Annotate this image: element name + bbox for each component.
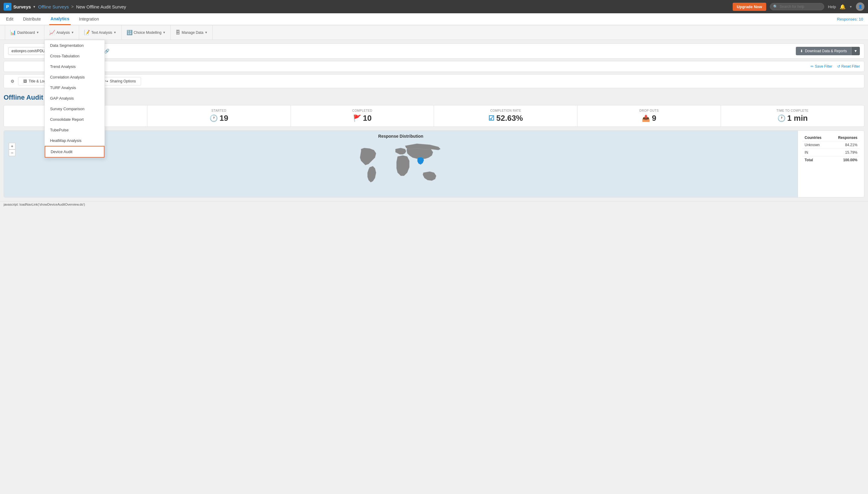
nav-item-integration[interactable]: Integration (78, 13, 100, 25)
nav-item-edit[interactable]: Edit (5, 13, 15, 25)
text-analysis-label: Text Analysis (91, 31, 112, 35)
dashboard-label: Dashboard (17, 31, 35, 35)
table-header-country: Countries (803, 134, 829, 141)
notification-bell-icon[interactable]: 🔔 (839, 4, 846, 10)
manage-data-label: Manage Data (182, 31, 203, 35)
time-icon: 🕐 (777, 114, 786, 122)
download-btn-group: ⬇ Download Data & Reports ▼ (796, 47, 860, 55)
text-analysis-dropdown-arrow: ▼ (114, 31, 117, 34)
stat-started-value: 🕐 19 (210, 114, 228, 123)
save-filter-link[interactable]: ✏ Save Filter (811, 64, 832, 69)
world-map-svg (7, 140, 795, 189)
app-dropdown-arrow: ▼ (33, 5, 36, 8)
nav-item-analytics[interactable]: Analytics (49, 13, 70, 25)
dashboard-dropdown-arrow: ▼ (36, 31, 39, 34)
dashboard-heading: Offline Audit Dashboard (4, 91, 864, 105)
map-zoom-controls: + − (9, 143, 15, 156)
analysis-icon: 📈 (49, 30, 55, 35)
analysis-label: Analysis (56, 31, 70, 35)
stat-time-value: 🕐 1 min (777, 114, 808, 123)
surveys-logo[interactable]: P Surveys ▼ (4, 3, 36, 11)
map-table: Countries Responses Unknown 84.21% IN 15… (798, 131, 864, 197)
menu-item-cross-tabulation[interactable]: Cross-Tabulation (45, 51, 105, 61)
search-input[interactable] (779, 4, 822, 9)
upgrade-now-button[interactable]: Upgrade Now (733, 3, 767, 11)
menu-item-correlation-analysis[interactable]: Correlation Analysis (45, 72, 105, 82)
choice-modelling-dropdown-arrow: ▼ (163, 31, 166, 34)
stat-completion-rate-value: ☑ 52.63% (488, 114, 523, 123)
title-logo-icon: 🖼 (23, 79, 27, 83)
stat-completed: COMPLETED 🚩 10 (291, 106, 434, 127)
stat-drop-outs-value: 📤 9 (642, 114, 656, 123)
started-icon: 🕐 (210, 114, 218, 122)
stat-started-label: STARTED (211, 109, 226, 112)
options-row: ⚙ 🖼 Title & Logo ✏ Customize Theme ↪ Sha… (4, 74, 864, 88)
stat-drop-outs-label: DROP OUTS (639, 109, 659, 112)
table-total-row: Total 100.00% (803, 156, 859, 164)
menu-item-heatmap-analysis[interactable]: HeatMap Analysis (45, 135, 105, 146)
menu-item-data-segmentation[interactable]: Data Segmentation (45, 40, 105, 51)
stat-drop-outs: DROP OUTS 📤 9 (578, 106, 721, 127)
download-icon: ⬇ (800, 49, 803, 53)
sharing-options-icon: ↪ (105, 79, 108, 83)
table-header-responses: Responses (829, 134, 859, 141)
responses-count: Responses: 10 (837, 17, 863, 21)
p-logo-icon: P (4, 3, 12, 11)
reset-filter-icon: ↺ (837, 64, 840, 69)
search-box[interactable]: 🔍 (770, 3, 824, 10)
notification-dropdown-arrow: ▼ (849, 5, 852, 8)
toolbar-manage-data[interactable]: 🗄 Manage Data ▼ (171, 25, 213, 40)
download-btn-label: Download Data & Reports (805, 49, 847, 53)
menu-item-turf-analysis[interactable]: TURF Analysis (45, 82, 105, 93)
top-nav-right: Upgrade Now 🔍 Help 🔔 ▼ 👤 (733, 2, 864, 11)
analysis-dropdown-menu: Data Segmentation Cross-Tabulation Trend… (44, 40, 105, 158)
gear-settings-button[interactable]: ⚙ (8, 78, 17, 85)
analytics-toolbar: 📊 Dashboard ▼ 📈 Analysis ▼ Data Segmenta… (0, 25, 868, 40)
responses-total: 100.00% (829, 156, 859, 164)
completion-rate-icon: ☑ (488, 114, 494, 122)
main-content: f 🐦 in 🔗 ⬇ Download Data & Reports ▼ ✏ S… (0, 40, 868, 201)
toolbar-dashboard[interactable]: 📊 Dashboard ▼ (5, 25, 44, 40)
stat-time-to-complete: TIME TO COMPLETE 🕐 1 min (721, 106, 864, 127)
save-filter-icon: ✏ (811, 64, 814, 69)
map-zoom-out-button[interactable]: − (9, 150, 15, 156)
responses-unknown: 84.21% (829, 141, 859, 149)
help-link[interactable]: Help (828, 4, 836, 9)
stat-completion-rate: COMPLETION RATE ☑ 52.63% (434, 106, 578, 127)
toolbar-text-analysis[interactable]: 📝 Text Analysis ▼ (79, 25, 121, 40)
nav-item-distribute[interactable]: Distribute (22, 13, 42, 25)
manage-data-icon: 🗄 (175, 30, 180, 35)
menu-item-trend-analysis[interactable]: Trend Analysis (45, 61, 105, 72)
download-data-reports-button[interactable]: ⬇ Download Data & Reports (796, 47, 851, 55)
user-avatar[interactable]: 👤 (856, 2, 864, 11)
breadcrumb-offline-surveys[interactable]: Offline Surveys (38, 4, 69, 10)
stat-started: STARTED 🕐 19 (147, 106, 291, 127)
menu-item-tubepulse[interactable]: TubePulse (45, 125, 105, 135)
breadcrumb-separator: > (71, 4, 74, 9)
url-row: f 🐦 in 🔗 ⬇ Download Data & Reports ▼ (4, 43, 864, 59)
responses-in: 15.79% (829, 149, 859, 156)
sharing-options-tab[interactable]: ↪ Sharing Options (100, 77, 141, 86)
map-container: Response Distribution + − (4, 131, 798, 197)
menu-item-device-audit[interactable]: Device Audit (45, 146, 105, 158)
toolbar-analysis[interactable]: 📈 Analysis ▼ Data Segmentation Cross-Tab… (44, 25, 79, 40)
country-unknown: Unknown (803, 141, 829, 149)
download-dropdown-arrow-button[interactable]: ▼ (851, 47, 860, 55)
second-nav-bar: Edit Distribute Analytics Integration Re… (0, 13, 868, 25)
stat-completed-label: COMPLETED (352, 109, 372, 112)
stat-completion-rate-label: COMPLETION RATE (490, 109, 521, 112)
reset-filter-link[interactable]: ↺ Reset Filter (837, 64, 860, 69)
menu-item-gap-analysis[interactable]: GAP Analysis (45, 93, 105, 103)
toolbar-choice-modelling[interactable]: 🔢 Choice Modelling ▼ (122, 25, 171, 40)
map-zoom-in-button[interactable]: + (9, 143, 15, 150)
country-total: Total (803, 156, 829, 164)
breadcrumb: Offline Surveys > New Offline Audit Surv… (38, 4, 730, 10)
menu-item-survey-comparison[interactable]: Survey Comparison (45, 103, 105, 114)
link-icon[interactable]: 🔗 (104, 49, 109, 54)
filter-row: ✏ Save Filter ↺ Reset Filter (4, 61, 864, 72)
analysis-dropdown-arrow: ▼ (71, 31, 74, 34)
menu-item-consolidate-report[interactable]: Consolidate Report (45, 114, 105, 125)
app-name-label: Surveys (13, 4, 31, 10)
stat-completed-value: 🚩 10 (353, 114, 372, 123)
table-row: IN 15.79% (803, 149, 859, 156)
